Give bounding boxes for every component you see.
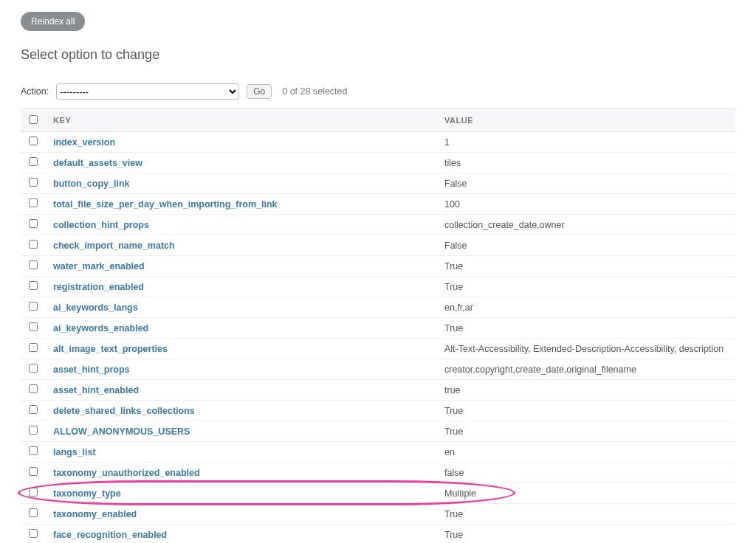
column-header-key[interactable]: KEY [46, 109, 437, 132]
table-row: registration_enabledTrue [21, 277, 735, 297]
option-value: True [437, 318, 735, 339]
table-row: ALLOW_ANONYMOUS_USERSTrue [21, 421, 735, 442]
option-value: 100 [437, 194, 735, 215]
option-value: 1 [437, 132, 735, 153]
table-row: taxonomy_typeMultiple [21, 483, 735, 504]
row-checkbox[interactable] [29, 384, 38, 393]
option-value: True [437, 277, 735, 297]
action-label: Action: [21, 86, 49, 97]
option-value: collection_create_date,owner [437, 215, 735, 235]
option-value: False [437, 173, 735, 194]
row-checkbox[interactable] [29, 364, 38, 373]
row-checkbox[interactable] [29, 281, 38, 290]
option-key-link[interactable]: check_import_name_match [53, 241, 175, 251]
table-row: button_copy_linkFalse [21, 173, 735, 194]
option-value: Alt-Text-Accessibility, Extended-Descrip… [437, 339, 735, 359]
go-button[interactable]: Go [247, 84, 272, 99]
option-key-link[interactable]: asset_hint_enabled [53, 385, 139, 395]
row-checkbox[interactable] [29, 322, 38, 331]
table-row: delete_shared_links_collectionsTrue [21, 401, 735, 421]
option-value: False [437, 235, 735, 256]
table-row: total_file_size_per_day_when_importing_f… [21, 194, 735, 215]
table-row: asset_hint_propscreator,copyright,create… [21, 359, 735, 380]
option-value: True [437, 256, 735, 277]
table-row: water_mark_enabledTrue [21, 256, 735, 277]
option-value: true [437, 380, 735, 401]
option-key-link[interactable]: taxonomy_enabled [53, 509, 137, 519]
row-checkbox[interactable] [29, 240, 38, 249]
row-checkbox[interactable] [29, 178, 38, 187]
option-value: Multiple [437, 483, 735, 504]
option-key-link[interactable]: collection_hint_props [53, 220, 149, 230]
table-row: ai_keywords_enabledTrue [21, 318, 735, 339]
row-checkbox[interactable] [29, 157, 38, 166]
option-key-link[interactable]: face_recognition_enabled [53, 530, 167, 540]
table-row: face_recognition_enabledTrue [21, 525, 735, 544]
row-checkbox[interactable] [29, 446, 38, 455]
option-key-link[interactable]: asset_hint_props [53, 364, 130, 375]
row-checkbox[interactable] [29, 508, 38, 517]
option-key-link[interactable]: index_version [53, 137, 115, 148]
options-table: KEY VALUE index_version1default_assets_v… [21, 108, 735, 543]
option-value: false [437, 463, 735, 483]
option-value: creator,copyright,create_date,original_f… [437, 359, 735, 380]
option-value: True [437, 421, 735, 442]
option-key-link[interactable]: ALLOW_ANONYMOUS_USERS [53, 426, 190, 437]
page-title: Select option to change [21, 47, 735, 63]
row-checkbox[interactable] [29, 488, 38, 497]
option-value: True [437, 401, 735, 421]
option-key-link[interactable]: ai_keywords_langs [53, 302, 138, 313]
option-key-link[interactable]: button_copy_link [53, 179, 129, 189]
table-row: index_version1 [21, 132, 735, 153]
option-key-link[interactable]: taxonomy_unauthorized_enabled [53, 468, 200, 478]
option-value: en [437, 442, 735, 463]
option-key-link[interactable]: langs_list [53, 447, 96, 457]
row-checkbox[interactable] [29, 260, 38, 269]
table-row: langs_listen [21, 442, 735, 463]
column-header-value[interactable]: VALUE [437, 109, 735, 132]
row-checkbox[interactable] [29, 343, 38, 352]
option-key-link[interactable]: ai_keywords_enabled [53, 323, 148, 333]
row-checkbox[interactable] [29, 302, 38, 311]
option-key-link[interactable]: registration_enabled [53, 282, 144, 292]
table-row: alt_image_text_propertiesAlt-Text-Access… [21, 339, 735, 359]
row-checkbox[interactable] [29, 405, 38, 414]
option-key-link[interactable]: alt_image_text_properties [53, 344, 168, 354]
option-key-link[interactable]: water_mark_enabled [53, 261, 145, 272]
option-key-link[interactable]: default_assets_view [53, 158, 142, 168]
table-row: asset_hint_enabledtrue [21, 380, 735, 401]
table-row: collection_hint_propscollection_create_d… [21, 215, 735, 235]
option-value: tiles [437, 153, 735, 173]
selection-count: 0 of 28 selected [282, 86, 347, 97]
table-row: check_import_name_matchFalse [21, 235, 735, 256]
action-select[interactable]: --------- [56, 83, 239, 100]
table-row: default_assets_viewtiles [21, 153, 735, 173]
row-checkbox[interactable] [29, 529, 38, 538]
row-checkbox[interactable] [29, 426, 38, 435]
action-bar: Action: --------- Go 0 of 28 selected [21, 83, 735, 100]
option-value: True [437, 504, 735, 525]
table-row: ai_keywords_langsen,fr,ar [21, 297, 735, 318]
select-all-checkbox[interactable] [29, 115, 38, 124]
option-value: True [437, 525, 735, 544]
option-key-link[interactable]: taxonomy_type [53, 488, 121, 499]
option-value: en,fr,ar [437, 297, 735, 318]
reindex-all-button[interactable]: Reindex all [21, 12, 85, 31]
table-row: taxonomy_unauthorized_enabledfalse [21, 463, 735, 483]
row-checkbox[interactable] [29, 198, 38, 207]
row-checkbox[interactable] [29, 219, 38, 228]
option-key-link[interactable]: total_file_size_per_day_when_importing_f… [53, 199, 278, 210]
table-row: taxonomy_enabledTrue [21, 504, 735, 525]
row-checkbox[interactable] [29, 467, 38, 476]
row-checkbox[interactable] [29, 136, 38, 145]
option-key-link[interactable]: delete_shared_links_collections [53, 406, 195, 416]
